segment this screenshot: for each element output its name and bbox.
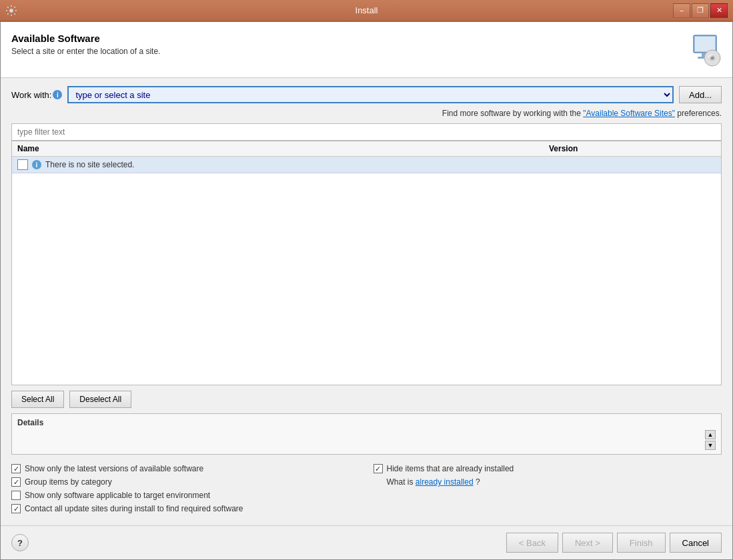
table-header: Name Version (12, 141, 721, 157)
option-checkbox-3[interactable] (11, 491, 21, 500)
column-name: Name (17, 144, 549, 153)
cancel-button[interactable]: Cancel (670, 533, 722, 553)
row-info-icon: i (32, 160, 41, 169)
option-row-3: Show only software applicable to target … (11, 491, 360, 500)
column-version: Version (549, 144, 716, 153)
footer-right: < Back Next > Finish Cancel (506, 533, 722, 553)
svg-point-0 (9, 9, 13, 13)
deselect-all-button[interactable]: Deselect All (69, 391, 131, 408)
option-label-6: What is already installed ? (387, 477, 480, 487)
scroll-down-button[interactable]: ▼ (705, 441, 716, 450)
software-table: Name Version i There is no site selected… (11, 141, 722, 385)
next-button[interactable]: Next > (562, 533, 613, 553)
work-with-row: Work with: i type or select a site Add..… (11, 86, 722, 103)
already-installed-link[interactable]: already installed (416, 477, 474, 487)
option-label-2: Group items by category (25, 477, 112, 487)
details-content-area: ▲ ▼ (17, 430, 716, 450)
option-checkbox-1[interactable] (11, 464, 21, 473)
available-software-sites-link[interactable]: "Available Software Sites" (583, 109, 675, 118)
select-buttons-row: Select All Deselect All (11, 385, 722, 413)
page-title: Available Software (11, 33, 160, 44)
row-checkbox[interactable] (17, 159, 28, 170)
option-label-3: Show only software applicable to target … (25, 491, 210, 500)
row-message: There is no site selected. (45, 160, 134, 169)
sites-link-suffix: preferences. (677, 109, 722, 118)
header-section: Available Software Select a site or ente… (1, 22, 732, 78)
details-section: Details ▲ ▼ (11, 413, 722, 455)
header-text: Available Software Select a site or ente… (11, 33, 160, 56)
info-icon[interactable]: i (53, 90, 62, 99)
option-row-2: Group items by category (11, 477, 360, 487)
option-label-4: Contact all update sites during install … (25, 504, 243, 513)
option-row-6: What is already installed ? (374, 477, 722, 487)
option-row-4: Contact all update sites during install … (11, 504, 360, 513)
options-section: Show only the latest versions of availab… (11, 460, 722, 517)
option-checkbox-2[interactable] (11, 477, 21, 487)
option-row-1: Show only the latest versions of availab… (11, 464, 360, 473)
finish-button[interactable]: Finish (617, 533, 666, 553)
window-title: Install (355, 5, 378, 15)
sites-link-row: Find more software by working with the "… (11, 109, 722, 118)
title-bar: Install − ❐ ✕ (0, 0, 733, 21)
gear-icon (5, 5, 17, 17)
back-button[interactable]: < Back (506, 533, 558, 553)
options-left: Show only the latest versions of availab… (11, 464, 360, 513)
options-right: Hide items that are already installed Wh… (374, 464, 722, 513)
add-button[interactable]: Add... (679, 86, 722, 103)
option-row-5: Hide items that are already installed (374, 464, 722, 473)
work-with-label: Work with: i (11, 90, 62, 100)
site-dropdown[interactable]: type or select a site (67, 86, 674, 103)
details-scrollbar: ▲ ▼ (705, 430, 716, 450)
main-window: Available Software Select a site or ente… (0, 21, 733, 560)
option-label-1: Show only the latest versions of availab… (25, 464, 203, 473)
details-text (17, 430, 702, 450)
option-label-5: Hide items that are already installed (387, 464, 514, 473)
svg-point-7 (711, 57, 714, 59)
footer: ? < Back Next > Finish Cancel (1, 525, 732, 559)
scroll-up-button[interactable]: ▲ (705, 430, 716, 439)
svg-rect-2 (695, 37, 715, 51)
content-area: Work with: i type or select a site Add..… (1, 78, 732, 525)
details-label: Details (17, 418, 716, 427)
close-button[interactable]: ✕ (710, 3, 728, 18)
minimize-button[interactable]: − (673, 3, 690, 18)
help-button[interactable]: ? (11, 534, 29, 551)
filter-input[interactable] (11, 123, 722, 141)
restore-button[interactable]: ❐ (692, 3, 709, 18)
option-checkbox-4[interactable] (11, 504, 21, 513)
header-icon (687, 33, 722, 69)
option-checkbox-5[interactable] (374, 464, 383, 473)
page-subtitle: Select a site or enter the location of a… (11, 47, 160, 56)
title-bar-left (5, 5, 17, 17)
select-all-button[interactable]: Select All (11, 391, 64, 408)
footer-left: ? (11, 534, 29, 551)
sites-link-prefix: Find more software by working with the (442, 109, 583, 118)
window-controls: − ❐ ✕ (673, 3, 728, 18)
table-row[interactable]: i There is no site selected. (12, 157, 721, 173)
